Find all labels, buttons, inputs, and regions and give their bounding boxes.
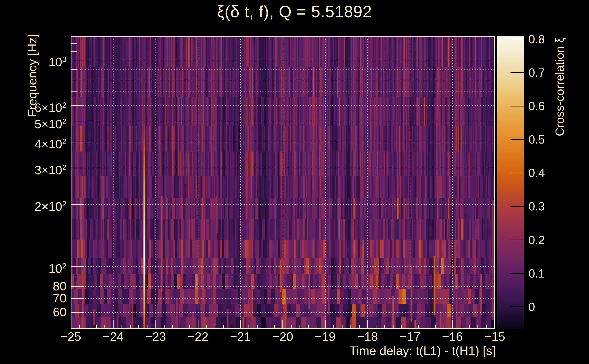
colorbar-tick-label: 0	[529, 301, 535, 313]
x-tick-label: −24	[90, 330, 136, 343]
heatmap-frame	[71, 36, 495, 329]
colorbar-tick-label: 0.2	[529, 234, 545, 246]
colorbar-tick-label: 0.6	[529, 100, 545, 112]
plot-root: ξ(δ t, f), Q = 5.51892 Frequency [Hz] 10…	[0, 0, 589, 364]
x-axis-title: Time delay: t(L1) - t(H1) [s]	[349, 344, 496, 358]
colorbar-tick	[510, 273, 524, 274]
x-tick-label: −16	[430, 330, 475, 343]
colorbar-tick	[510, 240, 524, 240]
x-tick-label: −22	[175, 330, 221, 343]
colorbar-tick-label: 0.4	[529, 167, 545, 179]
colorbar-tick-label: 0.5	[529, 134, 545, 145]
colorbar-tick	[510, 306, 524, 307]
colorbar-tick-label: 0.7	[529, 67, 545, 78]
chart-title: ξ(δ t, f), Q = 5.51892	[67, 2, 522, 21]
colorbar-tick	[510, 139, 524, 140]
colorbar-tick-label: 0.3	[529, 201, 545, 212]
y-tick-label: 3×102	[0, 161, 66, 176]
y-tick-label: 80	[0, 280, 66, 292]
colorbar-title: Cross-correlation ξ	[553, 38, 566, 136]
y-tick-label: 4×102	[0, 135, 66, 150]
y-tick-label: 6×102	[0, 99, 66, 114]
y-tick-label: 2×102	[0, 198, 66, 213]
colorbar-tick	[510, 72, 524, 73]
x-tick-label: −19	[302, 330, 348, 343]
x-tick-label: −18	[345, 330, 390, 343]
x-tick-label: −15	[472, 330, 517, 343]
colorbar	[497, 36, 524, 329]
y-tick-label: 5×102	[0, 115, 66, 130]
y-tick-label: 103	[0, 53, 66, 68]
y-tick-label: 70	[0, 292, 66, 304]
colorbar-tick-label: 0.1	[529, 267, 545, 279]
y-tick-label: 60	[0, 306, 66, 318]
colorbar-tick	[510, 39, 524, 39]
x-tick-label: −21	[218, 330, 263, 343]
x-tick-label: −17	[387, 330, 433, 343]
x-tick-label: −20	[260, 330, 306, 343]
colorbar-tick	[510, 173, 524, 173]
heatmap-canvas	[71, 36, 495, 329]
x-tick-label: −25	[48, 330, 93, 343]
colorbar-tick-label: 0.8	[529, 33, 545, 45]
colorbar-tick	[510, 106, 524, 106]
x-tick-label: −23	[133, 330, 178, 343]
y-tick-label: 102	[0, 260, 66, 275]
colorbar-tick	[510, 206, 524, 207]
